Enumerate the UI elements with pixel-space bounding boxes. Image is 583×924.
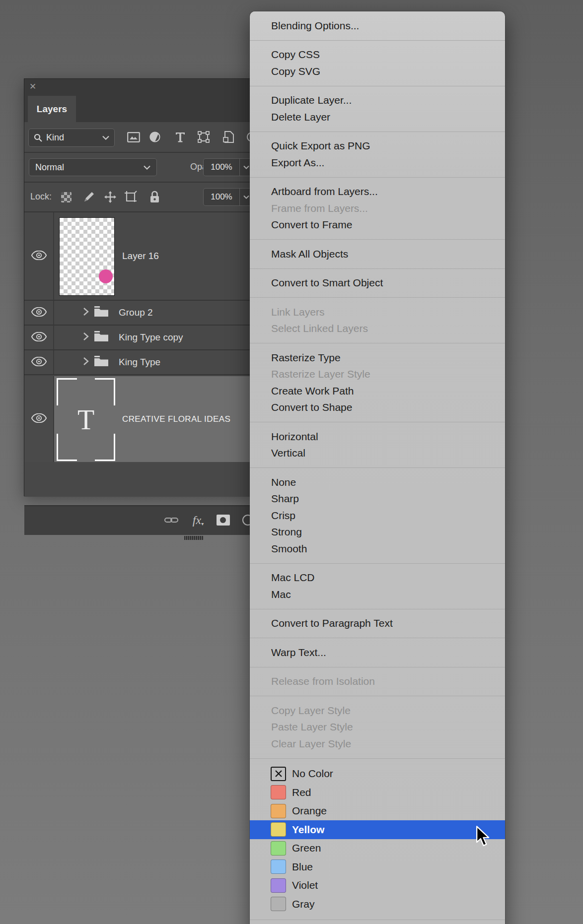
layer-thumbnail[interactable] [59,217,115,296]
visibility-toggle[interactable] [31,307,47,319]
menu-item-convert-to-shape[interactable]: Convert to Shape [250,399,505,416]
close-panel-icon[interactable]: ✕ [29,82,36,92]
menu-item-crisp[interactable]: Crisp [250,507,505,524]
menu-group: Copy CSSCopy SVG [250,41,505,86]
menu-item-convert-to-smart-object[interactable]: Convert to Smart Object [250,275,505,292]
eye-icon [31,413,47,423]
pink-dot-artwork [99,269,113,283]
menu-item-export-as[interactable]: Export As... [250,154,505,171]
menu-item-quick-export-as-png[interactable]: Quick Export as PNG [250,138,505,155]
menu-item-artboard-from-layers[interactable]: Artboard from Layers... [250,184,505,200]
menu-item-vertical[interactable]: Vertical [250,445,505,462]
layer-row-layer-16[interactable]: Layer 16 [24,212,254,300]
expand-group-button[interactable] [83,332,89,343]
menu-item-create-work-path[interactable]: Create Work Path [250,383,505,399]
blend-mode-select[interactable]: Normal [29,158,157,176]
panel-resize-grip[interactable] [184,536,203,540]
menu-item-strong[interactable]: Strong [250,524,505,541]
menu-item-convert-to-frame[interactable]: Convert to Frame [250,217,505,234]
disclosure-chevron-icon [83,307,89,316]
visibility-toggle[interactable] [31,251,47,262]
menu-item-blending-options[interactable]: Blending Options... [250,17,505,34]
menu-item-duplicate-layer[interactable]: Duplicate Layer... [250,92,505,109]
chevron-down-icon [144,165,150,170]
layer-row-king-type[interactable]: King Type [24,350,254,374]
menu-item-mask-all-objects[interactable]: Mask All Objects [250,246,505,263]
link-layers-icon[interactable] [160,510,182,530]
menu-item-label: Convert to Frame [271,219,352,231]
expand-group-button[interactable] [83,357,89,368]
visibility-toggle[interactable] [31,332,47,343]
menu-item-convert-to-paragraph-text[interactable]: Convert to Paragraph Text [250,615,505,632]
menu-item-gray[interactable]: Gray [250,895,505,914]
layer-name[interactable]: CREATIVE FLORAL IDEAS [122,414,230,424]
menu-item-mac[interactable]: Mac [250,586,505,603]
menu-item-label: Mac [271,589,291,600]
menu-item-horizontal[interactable]: Horizontal [250,428,505,445]
menu-item-red[interactable]: Red [250,783,505,802]
menu-item-violet[interactable]: Violet [250,876,505,895]
tab-layers-label: Layers [37,104,67,115]
color-swatch-gray [271,897,286,911]
menu-item-label: Convert to Paragraph Text [271,617,393,629]
color-swatch-violet [271,878,286,893]
pixel-layer-filter-icon[interactable] [123,127,145,147]
menu-item-copy-layer-style: Copy Layer Style [250,702,505,719]
fill-field[interactable]: 100% [203,188,254,206]
add-layer-mask-icon[interactable] [212,510,234,530]
layer-row-group-2[interactable]: Group 2 [24,301,254,325]
color-swatch-red [271,785,286,799]
layer-row-creative-floral-ideas[interactable]: TCREATIVE FLORAL IDEAS [24,376,254,462]
menu-item-rasterize-type[interactable]: Rasterize Type [250,349,505,366]
menu-item-mac-lcd[interactable]: Mac LCD [250,570,505,587]
menu-item-copy-css[interactable]: Copy CSS [250,47,505,64]
tab-layers[interactable]: Layers [28,96,76,122]
menu-group: Mask All Objects [250,240,505,268]
menu-group: Release from Isolation [250,667,505,696]
menu-item-green[interactable]: Green [250,839,505,858]
menu-item-yellow[interactable]: Yellow [250,820,505,839]
menu-item-orange[interactable]: Orange [250,802,505,821]
menu-item-copy-svg[interactable]: Copy SVG [250,63,505,80]
lock-artboard-icon[interactable] [122,187,140,207]
shape-layer-filter-icon[interactable] [193,127,215,147]
group-folder-icon [94,356,109,367]
menu-item-label: Artboard from Layers... [271,186,378,198]
menu-item-label: Rasterize Layer Style [271,368,370,380]
menu-item-label: Copy SVG [271,66,320,77]
menu-item-none[interactable]: None [250,474,505,491]
menu-item-delete-layer[interactable]: Delete Layer [250,109,505,126]
layer-name[interactable]: King Type [119,357,160,368]
layer-name[interactable]: Group 2 [119,307,153,318]
eye-icon [31,251,47,260]
menu-item-no-color[interactable]: No Color [250,765,505,784]
menu-group: Link LayersSelect Linked Layers [250,298,505,343]
menu-item-rasterize-layer-style: Rasterize Layer Style [250,366,505,383]
lock-position-icon[interactable] [101,187,119,207]
adjustment-layer-filter-icon[interactable] [144,127,166,147]
lock-transparent-pixels-icon[interactable] [57,187,75,207]
menu-item-warp-text[interactable]: Warp Text... [250,644,505,661]
layer-row-king-type-copy[interactable]: King Type copy [24,326,254,349]
layer-name[interactable]: Layer 16 [122,251,159,262]
lock-image-pixels-icon[interactable] [80,187,98,207]
visibility-toggle[interactable] [31,357,47,368]
visibility-toggle[interactable] [31,413,47,425]
menu-item-smooth[interactable]: Smooth [250,540,505,557]
opacity-field[interactable]: 100% [203,158,254,176]
menu-item-label: Violet [292,879,318,891]
screen: ✕ Layers Kind [0,0,583,924]
filter-kind-select[interactable]: Kind [28,129,115,147]
layer-effects-fx-icon[interactable]: fx▾ [187,510,209,530]
eye-column [24,212,54,300]
type-layer-filter-icon[interactable] [169,127,191,147]
menu-item-sharp[interactable]: Sharp [250,491,505,508]
smart-object-filter-icon[interactable] [218,127,239,147]
menu-item-label: Rasterize Type [271,352,341,364]
blend-row: Normal Opacity: 100% [24,153,253,182]
text-layer-thumbnail[interactable]: T [57,378,115,461]
menu-item-blue[interactable]: Blue [250,858,505,876]
expand-group-button[interactable] [83,307,89,318]
layer-name[interactable]: King Type copy [119,332,183,343]
menu-group: Rasterize TypeRasterize Layer StyleCreat… [250,343,505,422]
